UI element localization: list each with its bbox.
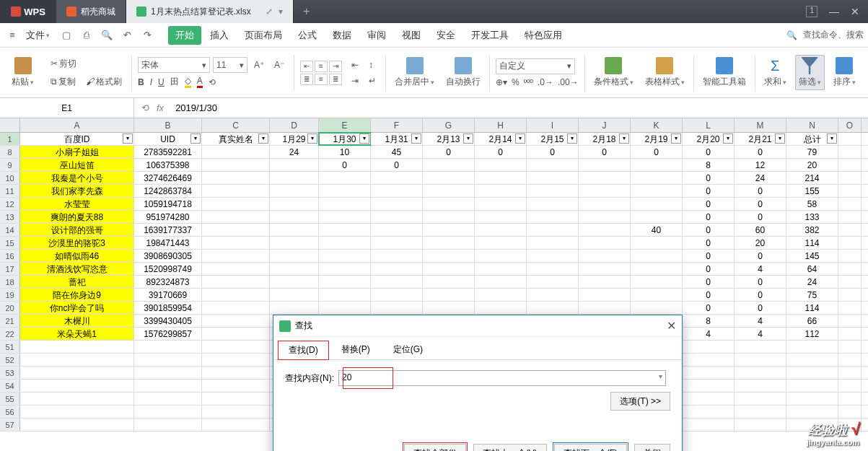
new-tab-button[interactable]: + (294, 5, 320, 18)
cut-button[interactable]: ✂ 剪切 (47, 56, 126, 71)
cell[interactable] (475, 237, 527, 249)
cell[interactable] (631, 289, 683, 301)
filter-dropdown-icon[interactable]: ▾ (307, 133, 317, 144)
cell[interactable] (270, 289, 319, 301)
cell[interactable] (20, 341, 134, 353)
col-header-M[interactable]: M (735, 118, 786, 132)
row-header[interactable]: 9 (0, 159, 20, 171)
find-input[interactable]: 20 (338, 370, 666, 386)
filter-dropdown-icon[interactable]: ▾ (190, 133, 201, 144)
row-header[interactable]: 53 (0, 367, 20, 379)
cell[interactable] (631, 250, 683, 262)
cell[interactable] (423, 211, 475, 223)
cell[interactable] (527, 211, 579, 223)
cell-uid[interactable]: 1059194718 (134, 198, 202, 210)
formula-input[interactable]: 2019/1/30 (171, 102, 868, 113)
cell-id[interactable]: 蔷祀 (20, 276, 134, 288)
ribbon-tab-developer[interactable]: 开发工具 (464, 26, 516, 45)
qat-undo-icon[interactable]: ↶ (119, 27, 135, 43)
cell[interactable]: 20 (735, 237, 786, 249)
cell[interactable] (134, 406, 202, 418)
cell-id[interactable]: 小扇子姐姐 (20, 146, 134, 158)
header-cell[interactable]: 真实姓名▾ (202, 133, 270, 145)
cell[interactable]: 0 (735, 250, 786, 262)
cell[interactable] (202, 419, 270, 431)
cell[interactable] (527, 276, 579, 288)
row-header[interactable]: 10 (0, 172, 20, 184)
cell-id[interactable]: 如晴似雨46 (20, 250, 134, 262)
cell[interactable] (579, 224, 631, 236)
cell[interactable] (319, 198, 371, 210)
header-cell[interactable]: 1月29▾ (270, 133, 319, 145)
cell[interactable]: 114 (786, 237, 838, 249)
header-cell[interactable]: 1月31▾ (371, 133, 423, 145)
cell[interactable] (735, 380, 786, 392)
cell[interactable] (270, 198, 319, 210)
ribbon-tab-start[interactable]: 开始 (168, 26, 201, 45)
cell[interactable] (270, 224, 319, 236)
cell[interactable] (631, 185, 683, 197)
tab-dropdown-icon[interactable]: ▾ (279, 6, 283, 17)
conditional-format-button[interactable]: 条件格式 (591, 57, 636, 88)
cell[interactable] (20, 367, 134, 379)
header-cell[interactable]: 2月13▾ (423, 133, 475, 145)
cell[interactable] (202, 367, 270, 379)
cell[interactable]: 0 (683, 146, 735, 158)
fb-fx-icon[interactable]: fx (157, 102, 164, 113)
ribbon-tab-review[interactable]: 审阅 (360, 26, 393, 45)
cell[interactable] (838, 237, 862, 249)
find-next-button[interactable]: 查找下一个(F) (554, 444, 627, 451)
filter-dropdown-icon[interactable]: ▾ (723, 133, 733, 144)
cell-name[interactable] (202, 263, 270, 275)
header-cell[interactable]: 2月21▾ (735, 133, 786, 145)
ribbon-tab-formula[interactable]: 公式 (291, 26, 324, 45)
number-format-select[interactable]: 自定义▾ (496, 58, 575, 74)
cell[interactable] (319, 250, 371, 262)
cell[interactable] (270, 159, 319, 171)
cell-name[interactable] (202, 146, 270, 158)
cell[interactable]: 0 (683, 276, 735, 288)
filter-dropdown-icon[interactable]: ▾ (671, 133, 681, 144)
cell[interactable] (838, 263, 862, 275)
cell[interactable] (475, 289, 527, 301)
cell[interactable] (319, 172, 371, 184)
row-header[interactable]: 1 (0, 133, 20, 145)
row-header[interactable]: 16 (0, 250, 20, 262)
cell[interactable]: 20 (786, 159, 838, 171)
font-size-select[interactable]: 11▾ (213, 57, 247, 73)
cell[interactable] (838, 393, 862, 405)
cell-id[interactable]: 沙漠里的骆驼3 (20, 237, 134, 249)
window-minimize-icon[interactable]: — (829, 6, 839, 17)
cell[interactable] (20, 380, 134, 392)
cell[interactable] (838, 354, 862, 366)
cell[interactable] (270, 172, 319, 184)
cell[interactable] (134, 341, 202, 353)
cell[interactable]: 0 (683, 172, 735, 184)
cell[interactable] (631, 276, 683, 288)
cell[interactable] (838, 146, 862, 158)
cell[interactable] (423, 250, 475, 262)
font-shrink-icon[interactable]: A⁻ (271, 58, 288, 71)
cell[interactable]: 45 (371, 146, 423, 158)
cell[interactable]: 0 (735, 276, 786, 288)
clear-format-button[interactable]: ⟲ (209, 77, 216, 87)
cell[interactable] (270, 250, 319, 262)
row-header[interactable]: 8 (0, 146, 20, 158)
wrap-toggle-icon[interactable]: ↵ (365, 74, 380, 87)
ribbon-tab-insert[interactable]: 插入 (203, 26, 236, 45)
cell-id[interactable]: 设计部的强哥 (20, 224, 134, 236)
filter-dropdown-icon[interactable]: ▾ (463, 133, 473, 144)
cell-name[interactable] (202, 185, 270, 197)
cell[interactable]: 0 (475, 146, 527, 158)
copy-button[interactable]: ⧉ 复制 (47, 74, 79, 89)
header-cell[interactable]: 百度ID▾ (20, 133, 134, 145)
hamburger-icon[interactable]: ≡ (4, 27, 20, 43)
cell-name[interactable] (202, 315, 270, 327)
cell[interactable] (735, 393, 786, 405)
ribbon-tab-data[interactable]: 数据 (325, 26, 359, 45)
cell-name[interactable] (202, 159, 270, 171)
cell[interactable]: 0 (683, 263, 735, 275)
cell[interactable]: 4 (735, 328, 786, 340)
cell-id[interactable]: 木樨川 (20, 315, 134, 327)
cell[interactable] (786, 393, 838, 405)
